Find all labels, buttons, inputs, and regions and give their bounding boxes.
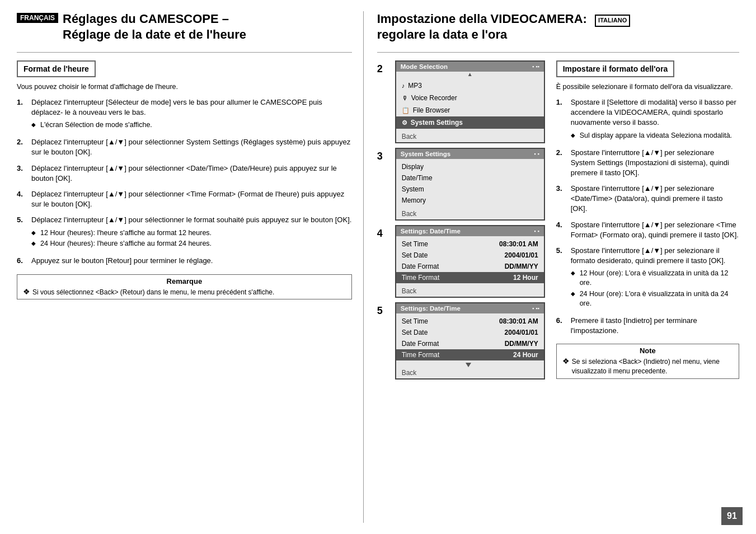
screen-4-row-3: Time Format 12 Hour [396, 272, 544, 283]
battery-icon: ▪ [532, 64, 534, 69]
screen-5: Settings: Date/Time ▪ ▪▪ Set Time 08:30:… [395, 302, 545, 380]
screen-3-row: 3 System Settings ▪ ▪ Display Date/Time [377, 148, 545, 221]
fr-note-text: Si vous sélectionnez <Back> (Retour) dan… [32, 288, 274, 297]
music-icon: ♪ [402, 82, 405, 89]
screen-2-item-filebrowser: 📋 File Browser [396, 104, 544, 116]
fr-step-5: 5. Déplacez l'interrupteur [▲/▼] pour sé… [17, 215, 352, 250]
screen-2-item-voice: 🎙 Voice Recorder [396, 92, 544, 104]
fr-step-6: 6. Appuyez sur le bouton [Retour] pour t… [17, 256, 352, 266]
fr-note-title: Remarque [23, 277, 346, 285]
battery-icon-5: ▪ [532, 306, 534, 311]
fr-subsection-title: Format de l'heure [17, 60, 96, 77]
memory-icon: ▪▪ [536, 64, 539, 69]
folder-icon: 📋 [402, 107, 410, 114]
screen-5-row: 5 Settings: Date/Time ▪ ▪▪ Set Time [377, 302, 545, 380]
it-header: Impostazione della VIDEOCAMERA: ITALIANO… [377, 11, 739, 42]
it-note-text: Se si seleziona <Back> (Indietro) nel me… [572, 357, 733, 376]
screen-2-title: Mode Selection [401, 63, 448, 70]
fr-main-title: Réglages du CAMESCOPE – Réglage de la da… [63, 11, 246, 42]
screen-3-title: System Settings [401, 151, 450, 157]
it-step-1: 1. Spostare il [Selettore di modalità] v… [556, 97, 739, 142]
screen-4-row: 4 Settings: Date/Time ▪ ▪ Set Time [377, 225, 545, 298]
mem-icon-5: ▪▪ [536, 306, 539, 311]
battery-icon-4: ▪ [534, 228, 536, 234]
it-intro: È possibile selezionare il formato dell'… [556, 83, 739, 91]
screen-4-title-bar: Settings: Date/Time ▪ ▪ [396, 226, 544, 236]
fr-intro: Vous pouvez choisir le format d'affichag… [17, 83, 352, 91]
page-container: FRANÇAIS Réglages du CAMESCOPE – Réglage… [0, 0, 756, 534]
fr-step-4: 4. Déplacez l'interrupteur [▲/▼] pour sé… [17, 189, 352, 209]
screen-5-title-bar: Settings: Date/Time ▪ ▪▪ [396, 303, 544, 313]
fr-header: FRANÇAIS Réglages du CAMESCOPE – Réglage… [17, 11, 352, 42]
screen-5-body: Set Time 08:30:01 AM Set Date 2004/01/01… [396, 313, 544, 363]
it-step-5: 5. Spostare l'interruttore [▲/▼] per sel… [556, 246, 739, 310]
screen-3-memory: Memory [396, 195, 544, 206]
screen-3-body: Display Date/Time System Memory [396, 159, 544, 208]
fr-step-3: 3. Déplacez l'interrupteur [▲/▼] pour sé… [17, 163, 352, 184]
it-steps-list: 1. Spostare il [Selettore di modalità] v… [556, 97, 739, 336]
screen-4-row-2: Date Format DD/MM/YY [396, 261, 544, 272]
screen-3-num: 3 [377, 151, 389, 162]
screen-3-display: Display [396, 161, 544, 172]
fr-step-1: 1. Déplacez l'interrupteur [Sélecteur de… [17, 97, 352, 132]
screen-4-title: Settings: Date/Time [401, 228, 461, 235]
screen-4: Settings: Date/Time ▪ ▪ Set Time 08:30:0… [395, 225, 545, 298]
left-column: FRANÇAIS Réglages du CAMESCOPE – Réglage… [17, 11, 364, 523]
battery-icon-3: ▪ [534, 151, 536, 157]
mic-icon: 🎙 [402, 95, 408, 101]
screen-5-row-2: Date Format DD/MM/YY [396, 338, 544, 349]
screen-2-row: 2 Mode Selection ▪ ▪▪ ▲ ♪ [377, 60, 545, 143]
tri-down-5 [466, 363, 471, 367]
screen-3-back: Back [396, 208, 544, 219]
it-step-6: 6. Premere il tasto [Indietro] per termi… [556, 316, 739, 336]
it-subsection-title: Impostare il formato dell'ora [556, 60, 675, 77]
screen-4-row-1: Set Date 2004/01/01 [396, 250, 544, 261]
it-steps-area: Impostare il formato dell'ora È possibil… [556, 60, 739, 380]
screen-5-title: Settings: Date/Time [401, 305, 461, 312]
it-note-title: Note [562, 346, 733, 355]
screen-3-title-bar: System Settings ▪ ▪ [396, 149, 544, 159]
it-note-box: Note ❖ Se si seleziona <Back> (Indietro)… [556, 344, 739, 379]
fr-lang-badge: FRANÇAIS [17, 13, 58, 23]
screen-5-row-1: Set Date 2004/01/01 [396, 327, 544, 338]
screen-2: Mode Selection ▪ ▪▪ ▲ ♪ MP3 [395, 60, 545, 143]
screen-2-body: ♪ MP3 🎙 Voice Recorder 📋 File Browser [396, 77, 544, 131]
mem-icon-3: ▪ [537, 151, 539, 157]
screen-5-row-0: Set Time 08:30:01 AM [396, 316, 544, 327]
screen-4-body: Set Time 08:30:01 AM Set Date 2004/01/01… [396, 236, 544, 285]
screen-2-item-mp3: ♪ MP3 [396, 79, 544, 92]
fr-note-box: Remarque ❖ Si vous sélectionnez <Back> (… [17, 274, 352, 300]
mem-icon-4: ▪ [537, 228, 539, 234]
screen-3-datetime: Date/Time [396, 172, 544, 184]
gear-icon: ⚙ [402, 119, 407, 127]
screen-2-title-bar: Mode Selection ▪ ▪▪ [396, 62, 544, 72]
fr-step-2: 2. Déplacez l'interrupteur [▲/▼] pour sé… [17, 137, 352, 157]
screen-4-row-0: Set Time 08:30:01 AM [396, 238, 544, 250]
screen-4-num: 4 [377, 228, 389, 240]
tri-up-2: ▲ [396, 72, 544, 77]
screen-2-num: 2 [377, 63, 389, 75]
right-inner: 2 Mode Selection ▪ ▪▪ ▲ ♪ [377, 60, 739, 380]
it-lang-badge: ITALIANO [595, 15, 630, 27]
it-step-4: 4. Spostare l'interruttore [▲/▼] per sel… [556, 220, 739, 240]
it-step-2: 2. Spostare l'interruttore [▲/▼] per sel… [556, 148, 739, 179]
screen-2-back: Back [396, 131, 544, 142]
screens-area: 2 Mode Selection ▪ ▪▪ ▲ ♪ [377, 60, 545, 380]
screen-3: System Settings ▪ ▪ Display Date/Time Sy… [395, 148, 545, 221]
screen-5-back: Back [396, 367, 544, 378]
page-number: 91 [721, 507, 743, 525]
screen-5-num: 5 [377, 305, 389, 317]
screen-5-row-3: Time Format 24 Hour [396, 349, 544, 360]
screen-3-system: System [396, 184, 544, 195]
screen-2-item-settings: ⚙ System Settings [396, 116, 544, 129]
right-column: Impostazione della VIDEOCAMERA: ITALIANO… [364, 11, 739, 523]
it-step-3: 3. Spostare l'interruttore [▲/▼] per sel… [556, 184, 739, 214]
screen-4-back: Back [396, 285, 544, 297]
it-main-title: Impostazione della VIDEOCAMERA: ITALIANO… [377, 11, 631, 42]
fr-steps-list: 1. Déplacez l'interrupteur [Sélecteur de… [17, 97, 352, 266]
